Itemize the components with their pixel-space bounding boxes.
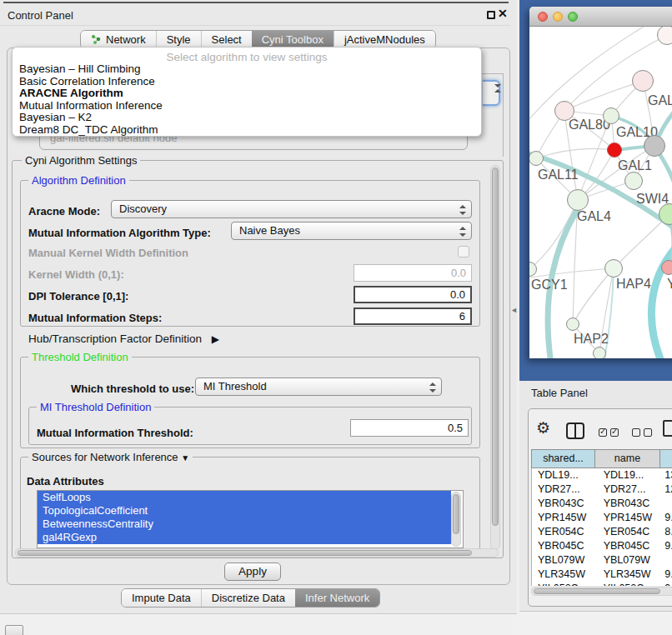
tab-network[interactable]: Network: [81, 31, 156, 48]
table-cell: 12: [660, 482, 672, 497]
scrollbar-thumb[interactable]: [18, 550, 472, 556]
settings-horizontal-scrollbar[interactable]: [15, 548, 499, 558]
table-row[interactable]: YLR345WYLR345W9.: [532, 568, 672, 582]
mi-threshold-label: Mutual Information Threshold:: [37, 427, 193, 439]
table-body: YDL19...YDL19...13YDR27...YDR27...12YBR0…: [531, 468, 672, 586]
mi-steps-field[interactable]: 6: [354, 308, 472, 325]
list-item[interactable]: BetweennessCentrality: [38, 518, 451, 531]
table-horizontal-scrollbar[interactable]: [531, 587, 672, 596]
dropdown-items: Bayesian – Hill Climbing Basic Correlati…: [19, 63, 474, 137]
kernel-width-field[interactable]: 0.0: [354, 264, 472, 282]
scrollbar-thumb[interactable]: [534, 588, 660, 594]
list-item[interactable]: TopologicalCoefficient: [38, 504, 451, 518]
tab-infer-network[interactable]: Infer Network: [295, 589, 379, 607]
combo-value: Discovery: [119, 202, 167, 215]
hub-definition-toggle[interactable]: Hub/Transcription Factor Definition ▶: [28, 332, 219, 345]
network-node[interactable]: [567, 189, 589, 211]
column-header[interactable]: name: [595, 449, 660, 468]
checked-checkbox-icon[interactable]: [610, 428, 619, 437]
network-icon: [91, 34, 102, 45]
close-traffic-light-icon[interactable]: [538, 12, 548, 22]
hidden-combo-stepper[interactable]: [483, 80, 500, 106]
list-item[interactable]: gal4RGexp: [38, 531, 451, 544]
table-row[interactable]: YDR27...YDR27...12: [532, 482, 672, 497]
table-row[interactable]: YBR045CYBR045C9.: [532, 539, 672, 553]
network-node[interactable]: [566, 318, 579, 331]
unchecked-checkbox-icon[interactable]: [632, 428, 640, 437]
data-attributes-label: Data Attributes: [27, 475, 104, 488]
column-header[interactable]: shared...: [531, 449, 595, 468]
hidden-group-border: [503, 73, 504, 157]
tab-impute-data[interactable]: Impute Data: [122, 589, 201, 607]
mi-threshold-field[interactable]: 0.5: [350, 419, 469, 437]
collapse-arrow-icon: ▼: [181, 453, 189, 462]
minimized-panel-icon[interactable]: [5, 625, 23, 635]
tab-style[interactable]: Style: [156, 31, 201, 48]
dropdown-item[interactable]: Bayesian – K2: [19, 112, 474, 124]
apply-button[interactable]: Apply: [224, 562, 281, 581]
table-row[interactable]: YPR145WYPR145W9.: [532, 511, 672, 525]
columns-icon[interactable]: [566, 422, 584, 439]
network-window-titlebar[interactable]: [529, 7, 672, 27]
network-node[interactable]: [644, 135, 665, 157]
list-item[interactable]: SelfLoops: [38, 491, 451, 504]
which-threshold-label: Which threshold to use:: [71, 382, 194, 395]
network-node[interactable]: [593, 347, 606, 358]
table-cell: [660, 553, 672, 568]
dropdown-item[interactable]: Basic Correlation Inference: [19, 76, 474, 88]
dropdown-item[interactable]: Dream8 DC_TDC Algorithm: [19, 124, 474, 137]
dropdown-item[interactable]: Bayesian – Hill Climbing: [19, 63, 474, 76]
node-label: SWI4: [636, 192, 669, 207]
which-threshold-combo[interactable]: MI Threshold: [195, 378, 442, 396]
table-row[interactable]: YDL19...YDL19...13: [532, 468, 672, 482]
dpi-tolerance-field[interactable]: 0.0: [354, 286, 472, 303]
node-label: Y: [667, 277, 672, 292]
dropdown-item[interactable]: Mutual Information Inference: [19, 100, 474, 112]
manual-kernel-checkbox[interactable]: [458, 246, 469, 258]
aracne-mode-combo[interactable]: Discovery: [111, 200, 472, 218]
dropdown-item-selected[interactable]: ARACNE Algorithm: [19, 88, 474, 100]
table-row[interactable]: YIL052CYIL052C9: [532, 582, 672, 586]
column-header[interactable]: A: [660, 449, 672, 468]
minimize-traffic-light-icon[interactable]: [553, 12, 563, 22]
network-node[interactable]: [624, 172, 643, 190]
settings-vertical-scrollbar[interactable]: [490, 165, 500, 550]
table-cell: YLR345W: [532, 568, 596, 582]
unchecked-checkbox-icon[interactable]: [644, 428, 652, 437]
sources-group-title[interactable]: Sources for Network Inference ▼: [28, 451, 193, 463]
combo-stepper-icon: [459, 204, 466, 216]
node-label: HAP2: [574, 332, 609, 347]
gear-icon[interactable]: ⚙: [536, 419, 550, 438]
table-cell: YIL052C: [532, 582, 596, 586]
table-row[interactable]: YER054CYER054C8.: [532, 525, 672, 539]
zoom-traffic-light-icon[interactable]: [568, 12, 578, 22]
tab-discretize-data[interactable]: Discretize Data: [201, 589, 295, 607]
tab-jactivemnodules[interactable]: jActiveMNodules: [333, 31, 435, 48]
network-node[interactable]: [604, 259, 623, 278]
network-node[interactable]: [607, 142, 622, 158]
network-node[interactable]: [661, 260, 672, 275]
tab-cyni-toolbox[interactable]: Cyni Toolbox: [252, 31, 333, 48]
network-canvas[interactable]: GALGAL80GAL10GAL1GAL11SWI4GAL4GCY1HAP4YH…: [529, 27, 672, 358]
aracne-mode-label: Aracne Mode:: [28, 205, 100, 218]
table-row[interactable]: YBR043CYBR043C: [532, 497, 672, 511]
table-cell: 9.: [660, 539, 672, 553]
table-row[interactable]: YBL079WYBL079W: [532, 553, 672, 568]
split-pane-handle[interactable]: ◄: [510, 306, 518, 314]
close-icon[interactable]: ✕: [498, 7, 508, 20]
tab-select[interactable]: Select: [201, 31, 252, 48]
checked-checkbox-icon[interactable]: [599, 428, 607, 437]
file-icon[interactable]: [663, 420, 672, 437]
table-cell: YIL052C: [596, 582, 661, 586]
scrollbar-thumb[interactable]: [453, 494, 459, 534]
network-node[interactable]: [603, 108, 619, 124]
network-node[interactable]: [632, 70, 654, 92]
float-window-icon[interactable]: [487, 11, 495, 19]
combo-stepper-icon: [429, 382, 436, 393]
table-cell: YER054C: [532, 525, 596, 539]
list-vertical-scrollbar[interactable]: [451, 492, 461, 547]
mi-type-combo[interactable]: Naive Bayes: [231, 222, 472, 240]
table-cell: YDL19...: [532, 468, 596, 482]
table-cell: [660, 497, 672, 511]
scrollbar-thumb[interactable]: [492, 168, 499, 526]
